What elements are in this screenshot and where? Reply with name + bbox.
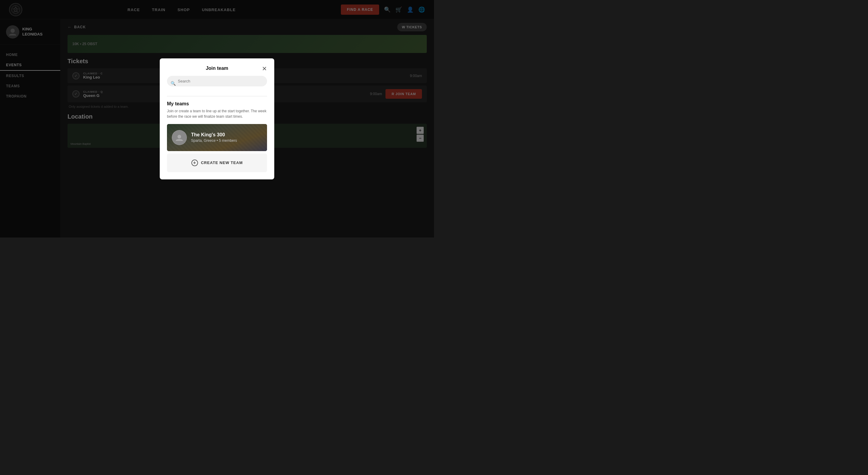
modal-header: Join team ✕ bbox=[167, 66, 267, 71]
team-card[interactable]: The King's 300 Sparta, Greece • 5 member… bbox=[167, 124, 267, 151]
team-location: Sparta, Greece bbox=[191, 138, 216, 143]
team-avatar-image bbox=[173, 131, 186, 144]
my-teams-title: My teams bbox=[167, 101, 267, 107]
modal-close-button[interactable]: ✕ bbox=[262, 66, 267, 72]
svg-point-3 bbox=[178, 135, 181, 138]
team-meta: Sparta, Greece • 5 members bbox=[191, 138, 237, 143]
create-team-plus-icon: + bbox=[191, 160, 198, 166]
team-info: The King's 300 Sparta, Greece • 5 member… bbox=[191, 132, 237, 143]
team-members: 5 members bbox=[219, 138, 237, 143]
modal-title: Join team bbox=[206, 66, 228, 71]
modal-divider bbox=[167, 96, 267, 96]
modal-search-wrap: 🔍 bbox=[167, 76, 267, 91]
team-avatar bbox=[172, 130, 187, 145]
modal: Join team ✕ 🔍 My teams Join or create a … bbox=[160, 58, 274, 179]
search-icon: 🔍 bbox=[170, 81, 176, 86]
modal-backdrop[interactable]: Join team ✕ 🔍 My teams Join or create a … bbox=[0, 0, 434, 238]
team-name: The King's 300 bbox=[191, 132, 237, 138]
create-new-team-button[interactable]: + Create New Team bbox=[167, 154, 267, 172]
my-teams-description: Join or create a team to line up at the … bbox=[167, 108, 267, 119]
create-team-label: Create New Team bbox=[201, 161, 243, 165]
search-input[interactable] bbox=[167, 76, 267, 87]
